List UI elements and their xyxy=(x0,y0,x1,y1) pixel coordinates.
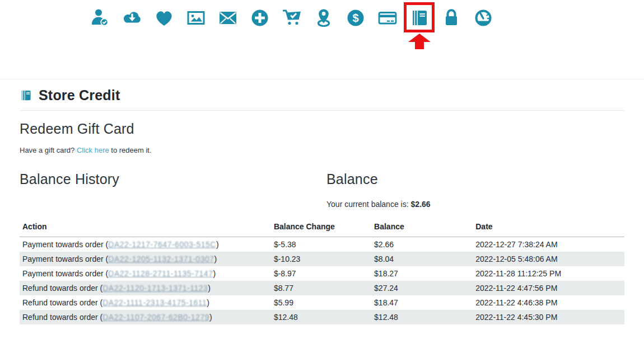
action-text-close: ) xyxy=(216,240,219,249)
gift-card-text-suffix: to redeem it. xyxy=(109,146,152,154)
action-cell: Payment towards order (DA22-1205-1132-13… xyxy=(20,252,271,266)
location-pin-icon[interactable] xyxy=(307,3,339,32)
date-cell: 2022-12-05 5:48:06 AM xyxy=(473,252,624,266)
order-id-link[interactable]: DA22-1205-1132-1371-0307 xyxy=(108,255,214,263)
balance-change-cell: $5.99 xyxy=(271,295,371,310)
date-cell: 2022-11-28 11:12:25 PM xyxy=(473,266,624,281)
action-cell: Payment towards order (DA22-1128-2711-11… xyxy=(20,266,271,281)
table-row: Payment towards order (DA22-1217-7647-60… xyxy=(20,237,624,252)
heart-icon[interactable] xyxy=(148,3,180,32)
balance-history-heading: Balance History xyxy=(20,171,326,187)
order-id-link[interactable]: DA22-1111-2313-4175-1611 xyxy=(102,298,207,307)
column-header-balance-change: Balance Change xyxy=(271,219,371,237)
redeem-gift-card-heading: Redeem Gift Card xyxy=(20,121,624,137)
action-cell: Refund towards order (DA22-1111-2313-417… xyxy=(20,295,271,310)
balance-cell: $18.47 xyxy=(371,295,473,310)
action-text-close: ) xyxy=(214,255,217,263)
balance-heading: Balance xyxy=(326,171,624,187)
balance-change-cell: $-10.23 xyxy=(271,252,371,266)
page-title: Store Credit xyxy=(39,87,120,103)
action-cell: Refund towards order (DA22-1107-2067-62B… xyxy=(20,310,271,324)
balance-change-cell: $-5.38 xyxy=(271,237,371,252)
date-cell: 2022-11-22 4:47:56 PM xyxy=(473,281,624,295)
store-credit-page: Store Credit Redeem Gift Card Have a gif… xyxy=(0,79,644,324)
date-cell: 2022-12-27 7:38:24 AM xyxy=(473,237,624,252)
cart-check-icon[interactable] xyxy=(276,3,307,32)
svg-text:$: $ xyxy=(352,12,358,24)
action-text: Payment towards order ( xyxy=(22,255,108,263)
action-text: Payment towards order ( xyxy=(22,269,108,278)
action-text: Refund towards order ( xyxy=(22,298,102,307)
current-balance-label: Your current balance is: xyxy=(326,200,409,209)
plus-circle-icon[interactable] xyxy=(244,3,276,32)
balance-change-cell: $-8.97 xyxy=(271,266,371,281)
table-row: Refund towards order (DA22-1107-2067-62B… xyxy=(20,310,624,324)
current-balance-line: Your current balance is:$2.66 xyxy=(326,200,624,209)
table-row: Refund towards order (DA22-1120-1713-137… xyxy=(20,281,624,295)
highlight-arrow-icon xyxy=(407,34,432,49)
date-cell: 2022-11-22 4:46:38 PM xyxy=(473,295,624,310)
balance-cell: $18.27 xyxy=(371,266,473,281)
balance-history-table: Action Balance Change Balance Date Payme… xyxy=(20,219,624,324)
column-header-date: Date xyxy=(473,219,624,237)
title-divider xyxy=(20,110,624,111)
mail-icon[interactable] xyxy=(212,3,244,32)
ledger-page-icon xyxy=(20,87,32,103)
redeem-click-here-link[interactable]: Click here xyxy=(77,146,109,154)
order-id-link[interactable]: DA22-1107-2067-62B0-1279 xyxy=(102,313,209,322)
date-cell: 2022-11-22 4:45:30 PM xyxy=(473,310,624,324)
balance-cell: $2.66 xyxy=(371,237,473,252)
gift-card-text: Have a gift card? Click here to redeem i… xyxy=(20,146,624,154)
balance-change-cell: $12.48 xyxy=(271,310,371,324)
balance-cell: $27.24 xyxy=(371,281,473,295)
image-icon[interactable] xyxy=(180,3,212,32)
table-row: Refund towards order (DA22-1111-2313-417… xyxy=(20,295,624,310)
account-icon-bar: $ xyxy=(84,0,644,31)
action-text-close: ) xyxy=(213,269,216,278)
dollar-circle-icon[interactable]: $ xyxy=(339,3,371,32)
column-header-action: Action xyxy=(20,219,271,237)
action-cell: Refund towards order (DA22-1120-1713-137… xyxy=(20,281,271,295)
table-header-row: Action Balance Change Balance Date xyxy=(20,219,624,237)
credit-card-icon[interactable] xyxy=(371,3,403,32)
user-check-icon[interactable] xyxy=(84,3,116,32)
balance-cell: $8.04 xyxy=(371,252,473,266)
action-text-close: ) xyxy=(209,313,212,322)
action-text: Payment towards order ( xyxy=(22,240,108,249)
order-id-link[interactable]: DA22-1217-7647-6003-515C xyxy=(108,240,216,249)
lock-icon[interactable] xyxy=(435,3,467,32)
gift-card-text-prefix: Have a gift card? xyxy=(20,146,77,154)
table-row: Payment towards order (DA22-1128-2711-11… xyxy=(20,266,624,281)
action-text: Refund towards order ( xyxy=(22,313,102,322)
action-text-close: ) xyxy=(207,298,209,307)
column-header-balance: Balance xyxy=(371,219,473,237)
order-id-link[interactable]: DA22-1128-2711-1135-7147 xyxy=(108,269,213,278)
cloud-download-icon[interactable] xyxy=(116,3,148,32)
page-title-row: Store Credit xyxy=(20,87,624,103)
table-row: Payment towards order (DA22-1205-1132-13… xyxy=(20,252,624,266)
balance-change-cell: $8.77 xyxy=(271,281,371,295)
balance-cell: $12.48 xyxy=(371,310,473,324)
action-text-close: ) xyxy=(208,284,211,293)
speedometer-icon[interactable] xyxy=(467,3,499,32)
order-id-link[interactable]: DA22-1120-1713-1371-1123 xyxy=(102,284,208,293)
action-text: Refund towards order ( xyxy=(22,284,102,293)
current-balance-amount: $2.66 xyxy=(411,200,431,209)
action-cell: Payment towards order (DA22-1217-7647-60… xyxy=(20,237,271,252)
ledger-icon[interactable] xyxy=(403,3,435,32)
